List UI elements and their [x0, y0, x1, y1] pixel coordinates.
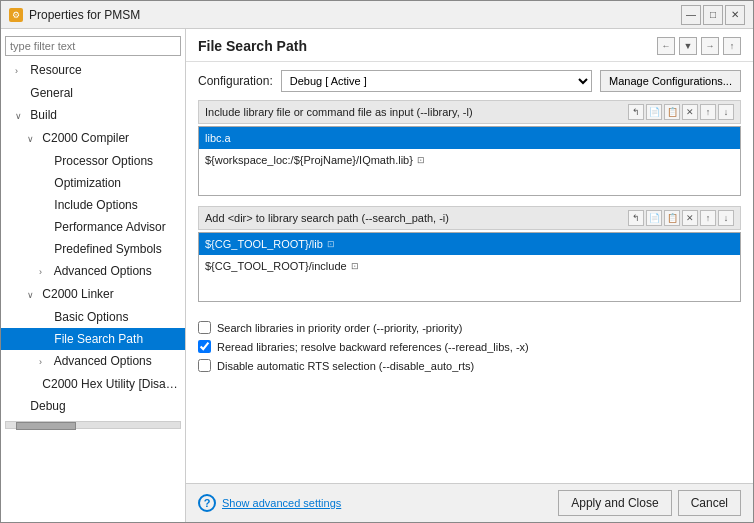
panel-title: File Search Path — [198, 38, 307, 54]
include-library-header: Include library file or command file as … — [198, 100, 741, 124]
library-search-path-list: ${CG_TOOL_ROOT}/lib ⊡ ${CG_TOOL_ROOT}/in… — [198, 232, 741, 302]
include-add-file-button[interactable]: 📄 — [646, 104, 662, 120]
sidebar-item-predefined-symbols[interactable]: Predefined Symbols — [1, 238, 185, 260]
search-copy-button[interactable]: 📋 — [664, 210, 680, 226]
library-search-path-section: Add <dir> to library search path (--sear… — [198, 206, 741, 302]
reread-checkbox-row: Reread libraries; resolve backward refer… — [198, 337, 741, 356]
manage-configurations-button[interactable]: Manage Configurations... — [600, 70, 741, 92]
sidebar-item-performance-advisor[interactable]: Performance Advisor — [1, 216, 185, 238]
reread-checkbox[interactable] — [198, 340, 211, 353]
config-select[interactable]: Debug [ Active ] — [281, 70, 592, 92]
sidebar-item-file-search-path[interactable]: File Search Path — [1, 328, 185, 350]
include-library-list: libc.a ${workspace_loc:/${ProjName}/IQma… — [198, 126, 741, 196]
item-linked-icon: ⊡ — [417, 151, 425, 169]
item-linked-icon: ⊡ — [327, 235, 335, 253]
nav-dropdown-button[interactable]: ▼ — [679, 37, 697, 55]
cancel-button[interactable]: Cancel — [678, 490, 741, 516]
sidebar-item-processor-options[interactable]: Processor Options — [1, 150, 185, 172]
include-library-icons: ↰ 📄 📋 ✕ ↑ ↓ — [628, 104, 734, 120]
priority-label: Search libraries in priority order (--pr… — [217, 322, 463, 334]
list-item[interactable]: ${CG_TOOL_ROOT}/lib ⊡ — [199, 233, 740, 255]
filter-input[interactable] — [5, 36, 181, 56]
bottom-right: Apply and Close Cancel — [558, 490, 741, 516]
reread-label: Reread libraries; resolve backward refer… — [217, 341, 529, 353]
window-icon: ⚙ — [9, 8, 23, 22]
include-library-section: Include library file or command file as … — [198, 100, 741, 196]
nav-up-button[interactable]: ↑ — [723, 37, 741, 55]
search-delete-button[interactable]: ✕ — [682, 210, 698, 226]
sidebar-item-resource[interactable]: › Resource — [1, 59, 185, 82]
disable-rts-checkbox[interactable] — [198, 359, 211, 372]
search-move-down-button[interactable]: ↓ — [718, 210, 734, 226]
content-area: › Resource General ∨ Build ∨ C2000 Compi… — [1, 29, 753, 522]
nav-forward-button[interactable]: → — [701, 37, 719, 55]
sidebar-item-advanced-options-compiler[interactable]: › Advanced Options — [1, 260, 185, 283]
bottom-bar: ? Show advanced settings Apply and Close… — [186, 483, 753, 522]
config-label: Configuration: — [198, 74, 273, 88]
sidebar-item-c2000-hex-utility[interactable]: C2000 Hex Utility [Disa… — [1, 373, 185, 395]
priority-checkbox-row: Search libraries in priority order (--pr… — [198, 318, 741, 337]
disable-rts-checkbox-row: Disable automatic RTS selection (--disab… — [198, 356, 741, 375]
sidebar-item-general[interactable]: General — [1, 82, 185, 104]
sidebar-scrollbar[interactable] — [1, 421, 185, 429]
sidebar-item-c2000-linker[interactable]: ∨ C2000 Linker — [1, 283, 185, 306]
config-row: Configuration: Debug [ Active ] Manage C… — [186, 62, 753, 100]
title-bar-controls: — □ ✕ — [681, 5, 745, 25]
sidebar-item-basic-options[interactable]: Basic Options — [1, 306, 185, 328]
search-add-workspace-button[interactable]: ↰ — [628, 210, 644, 226]
window-title: Properties for PMSM — [29, 8, 140, 22]
list-item[interactable]: ${CG_TOOL_ROOT}/include ⊡ — [199, 255, 740, 277]
library-search-path-label: Add <dir> to library search path (--sear… — [205, 212, 449, 224]
main-content: Include library file or command file as … — [186, 100, 753, 483]
item-linked-icon: ⊡ — [351, 257, 359, 275]
properties-window: ⚙ Properties for PMSM — □ ✕ › Resource G… — [0, 0, 754, 523]
priority-checkbox[interactable] — [198, 321, 211, 334]
library-search-path-header: Add <dir> to library search path (--sear… — [198, 206, 741, 230]
include-copy-button[interactable]: 📋 — [664, 104, 680, 120]
sidebar-item-c2000-compiler[interactable]: ∨ C2000 Compiler — [1, 127, 185, 150]
bottom-left: ? Show advanced settings — [198, 494, 341, 512]
sidebar: › Resource General ∨ Build ∨ C2000 Compi… — [1, 29, 186, 522]
sidebar-item-optimization[interactable]: Optimization — [1, 172, 185, 194]
sidebar-item-debug[interactable]: Debug — [1, 395, 185, 417]
include-add-workspace-button[interactable]: ↰ — [628, 104, 644, 120]
maximize-button[interactable]: □ — [703, 5, 723, 25]
list-item[interactable]: libc.a — [199, 127, 740, 149]
header-icons: ← ▼ → ↑ — [657, 37, 741, 55]
include-delete-button[interactable]: ✕ — [682, 104, 698, 120]
include-move-up-button[interactable]: ↑ — [700, 104, 716, 120]
sidebar-item-build[interactable]: ∨ Build — [1, 104, 185, 127]
sidebar-item-include-options[interactable]: Include Options — [1, 194, 185, 216]
close-button[interactable]: ✕ — [725, 5, 745, 25]
include-library-label: Include library file or command file as … — [205, 106, 473, 118]
apply-close-button[interactable]: Apply and Close — [558, 490, 671, 516]
include-move-down-button[interactable]: ↓ — [718, 104, 734, 120]
main-panel: File Search Path ← ▼ → ↑ Configuration: … — [186, 29, 753, 522]
library-search-icons: ↰ 📄 📋 ✕ ↑ ↓ — [628, 210, 734, 226]
main-header: File Search Path ← ▼ → ↑ — [186, 29, 753, 62]
options-section: Search libraries in priority order (--pr… — [198, 312, 741, 381]
minimize-button[interactable]: — — [681, 5, 701, 25]
sidebar-item-advanced-options-linker[interactable]: › Advanced Options — [1, 350, 185, 373]
nav-back-button[interactable]: ← — [657, 37, 675, 55]
search-move-up-button[interactable]: ↑ — [700, 210, 716, 226]
show-advanced-link[interactable]: Show advanced settings — [222, 497, 341, 509]
title-bar: ⚙ Properties for PMSM — □ ✕ — [1, 1, 753, 29]
search-add-file-button[interactable]: 📄 — [646, 210, 662, 226]
title-bar-left: ⚙ Properties for PMSM — [9, 8, 140, 22]
list-item[interactable]: ${workspace_loc:/${ProjName}/IQmath.lib}… — [199, 149, 740, 171]
help-button[interactable]: ? — [198, 494, 216, 512]
disable-rts-label: Disable automatic RTS selection (--disab… — [217, 360, 474, 372]
